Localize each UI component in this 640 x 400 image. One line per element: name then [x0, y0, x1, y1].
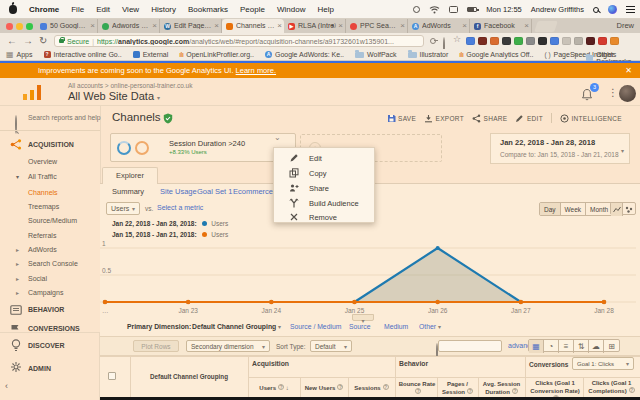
banner-close-icon[interactable]: ✕ [625, 66, 632, 75]
export-button[interactable]: EXPORT [424, 114, 464, 123]
sort-type-select[interactable]: Default [310, 340, 352, 352]
browser-tab[interactable]: Adwords 2018 [98, 19, 160, 33]
menu-bar-user[interactable]: Andrew Griffiths [531, 5, 584, 14]
tab-close-icon[interactable] [524, 21, 529, 30]
new-tab-button[interactable] [534, 21, 558, 32]
notification-center-icon[interactable] [626, 6, 635, 13]
column-header-avg-session-duration[interactable]: Avg. Session Duration [478, 380, 525, 396]
breadcrumb[interactable]: All accounts > online-personal-trainer.c… [68, 82, 192, 89]
table-search-input[interactable] [438, 340, 502, 352]
sidebar-collapse-icon[interactable]: ‹ [5, 381, 8, 391]
primary-dimension-selected[interactable]: Default Channel Grouping [192, 323, 281, 330]
tab-explorer[interactable]: Explorer [102, 167, 158, 184]
address-bar[interactable]: Secure | https://analytics.google.com/an… [54, 35, 424, 47]
browser-tab[interactable]: PPC Search En [346, 19, 408, 33]
browser-tab[interactable]: WEdit Page ‹ Sm [160, 19, 222, 33]
display-icon[interactable] [449, 6, 458, 13]
menu-bar-clock[interactable]: Mon 12:55 [486, 5, 521, 14]
goal-select[interactable]: Goal 1: Clicks [572, 357, 634, 370]
column-header-pages-session[interactable]: Pages / Session [437, 380, 478, 396]
motion-chart-icon[interactable] [623, 203, 635, 216]
timeseries-chart[interactable]: 10.5…Jan 23Jan 24Jan 25Jan 26Jan 27Jan 2… [100, 240, 640, 320]
help-icon[interactable] [337, 384, 343, 390]
secondary-dimension-select[interactable]: Secondary dimension [186, 340, 270, 352]
back-button[interactable]: ← [7, 35, 17, 46]
segment-options-chevron[interactable]: ⌄ [274, 133, 281, 142]
extension-icon[interactable] [478, 37, 487, 46]
siri-icon[interactable] [608, 5, 617, 14]
bookmark-folder[interactable]: WolfPack [355, 51, 396, 58]
property-title[interactable]: All Web Site Data [68, 90, 160, 102]
column-header-users[interactable]: Users [250, 384, 298, 392]
avatar[interactable] [619, 85, 636, 102]
chrome-profile-name[interactable]: Drew [616, 21, 634, 30]
tab-close-icon[interactable] [462, 21, 467, 30]
select-all-checkbox[interactable] [108, 372, 116, 380]
dimension-link-medium[interactable]: Medium [384, 323, 408, 330]
extension-icon[interactable] [610, 37, 619, 46]
extension-icon[interactable] [550, 37, 559, 46]
spotlight-icon[interactable] [593, 7, 599, 13]
google-analytics-logo[interactable] [21, 83, 43, 102]
menu-item-people[interactable]: People [240, 5, 265, 14]
plot-rows-button[interactable]: Plot Rows [133, 340, 179, 352]
sidebar-item-admin[interactable]: ADMIN [28, 365, 51, 372]
browser-tab[interactable]: fFacebook [470, 19, 532, 33]
granularity-month[interactable]: Month [586, 203, 612, 215]
help-icon[interactable] [512, 388, 518, 394]
dimension-link-source[interactable]: Source [349, 323, 371, 330]
view-pivot-icon[interactable] [604, 340, 619, 353]
help-icon[interactable] [415, 388, 421, 394]
column-header-sessions[interactable]: Sessions [348, 384, 395, 392]
bookmark-item[interactable]: Google Analytics Off.. [459, 51, 533, 58]
bookmark-folder[interactable]: Illustrator [408, 51, 449, 58]
help-icon[interactable] [383, 384, 389, 390]
help-icon[interactable] [467, 388, 473, 394]
menu-item-share[interactable]: Share [274, 180, 374, 195]
edit-button[interactable]: EDIT [515, 114, 543, 123]
extension-icon[interactable] [538, 37, 547, 46]
bookmark-apps[interactable]: Apps [6, 51, 33, 59]
line-chart-icon[interactable] [611, 203, 623, 216]
help-icon[interactable] [629, 387, 635, 393]
window-minimize-button[interactable] [16, 23, 23, 30]
extension-icon[interactable] [490, 37, 499, 46]
sidebar-item-discover[interactable]: DISCOVER [28, 342, 65, 349]
chevron-down-icon[interactable] [16, 173, 19, 180]
intelligence-button[interactable]: INTELLIGENCE [560, 114, 622, 123]
column-header-new-users[interactable]: New Users [300, 384, 348, 392]
wifi-icon[interactable] [429, 5, 440, 14]
learn-more-link[interactable]: Learn more. [236, 66, 276, 75]
extension-icon[interactable] [466, 37, 475, 46]
menu-item-copy[interactable]: Copy [274, 165, 374, 180]
menu-item-bookmarks[interactable]: Bookmarks [188, 5, 228, 14]
granularity-week[interactable]: Week [561, 203, 587, 215]
bookmark-item[interactable]: External [133, 51, 169, 58]
bookmark-item[interactable]: OpenLinkProfiler.org.. [179, 51, 254, 58]
view-term-cloud-icon[interactable] [589, 340, 604, 353]
subtab-summary[interactable]: Summary [112, 187, 144, 196]
granularity-day[interactable]: Day [540, 203, 561, 215]
share-button[interactable]: SHARE [472, 114, 507, 123]
save-button[interactable]: SAVE [387, 114, 417, 123]
chevron-right-icon[interactable] [16, 275, 19, 282]
extension-icon[interactable] [574, 37, 583, 46]
chart-collapse-button[interactable] [352, 314, 374, 321]
menu-item-remove[interactable]: Remove [274, 209, 374, 224]
chevron-right-icon[interactable] [16, 246, 19, 253]
tab-close-icon[interactable] [338, 21, 343, 30]
menu-item-chrome[interactable]: Chrome [29, 5, 59, 14]
extension-icon[interactable] [502, 37, 511, 46]
bookmarks-overflow-chevron[interactable]: » [574, 51, 578, 58]
view-percentage-icon[interactable] [544, 340, 559, 353]
battery-icon[interactable] [467, 7, 477, 13]
date-range-selector[interactable]: Jan 22, 2018 - Jan 28, 2018 Compare to: … [490, 133, 630, 164]
sidebar-section-conversions[interactable]: CONVERSIONS [28, 325, 80, 332]
select-metric-link[interactable]: Select a metric [157, 204, 203, 211]
menu-item-edit[interactable]: Edit [274, 150, 374, 165]
browser-tab[interactable]: 50 Google AdW [36, 19, 98, 33]
view-performance-icon[interactable] [559, 340, 574, 353]
menu-item-help[interactable]: Help [317, 5, 333, 14]
tab-close-icon[interactable] [277, 21, 282, 30]
browser-tab[interactable]: Channels - Ana [222, 19, 284, 33]
